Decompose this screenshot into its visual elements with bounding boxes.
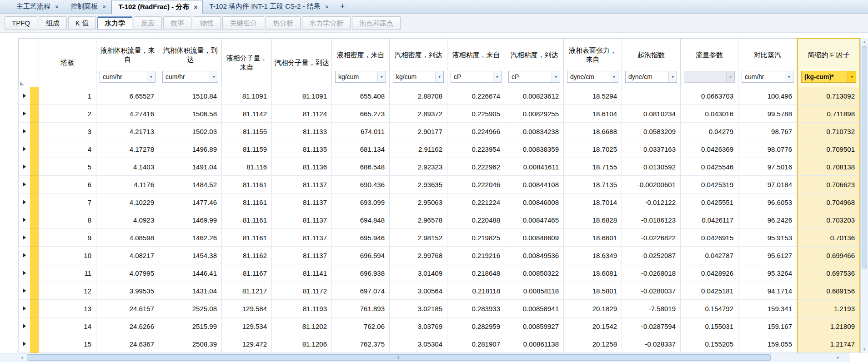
cell-liq_visc[interactable]: 0.221224 <box>447 193 505 211</box>
cell-foaming_index[interactable]: 0.0337163 <box>622 140 681 158</box>
column-header-vap_vol_flow[interactable]: 汽相体积流量，到达cum/hr▼ <box>159 38 222 87</box>
unit-combobox-reduced_f_factor[interactable]: (kg-cum)*▼ <box>801 71 856 83</box>
cell-reduced_f_factor[interactable]: 0.708138 <box>797 158 860 176</box>
cell-liq_mw[interactable]: 81.116 <box>222 158 272 176</box>
cell-flow_param[interactable]: 0.0425546 <box>681 158 738 176</box>
cell-vap_mw[interactable]: 81.1135 <box>272 140 332 158</box>
column-header-reduced_vapor[interactable]: 对比蒸汽cum/hr▼ <box>738 38 797 87</box>
form-tab-水力学[interactable]: 水力学 <box>97 16 132 30</box>
cell-flow_param[interactable]: 0.0425181 <box>681 282 738 300</box>
cell-liq_density[interactable]: 665.273 <box>332 105 390 123</box>
cell-reduced_f_factor[interactable]: 0.713092 <box>797 87 860 105</box>
cell-stage[interactable]: 3 <box>39 123 96 140</box>
cell-foaming_index[interactable]: -0.0268018 <box>622 264 681 282</box>
cell-reduced_f_factor[interactable]: 0.697536 <box>797 264 860 282</box>
close-tab-icon[interactable]: × <box>55 4 59 10</box>
cell-reduced_f_factor[interactable]: 1.2193 <box>797 300 860 317</box>
cell-flow_param[interactable]: 0.155205 <box>681 335 738 353</box>
cell-liq_visc[interactable]: 0.220488 <box>447 211 505 229</box>
cell-liq_visc[interactable]: 0.219825 <box>447 229 505 247</box>
unit-combobox-vap_density[interactable]: kg/cum▼ <box>393 71 444 83</box>
row-selector[interactable] <box>18 193 30 211</box>
row-selector[interactable] <box>18 317 30 335</box>
cell-reduced_f_factor[interactable]: 0.699466 <box>797 247 860 264</box>
cell-liq_visc[interactable]: 0.224966 <box>447 123 505 140</box>
cell-liq_density[interactable]: 762.06 <box>332 317 390 335</box>
cell-liq_visc[interactable]: 0.218648 <box>447 264 505 282</box>
cell-vap_density[interactable]: 3.02185 <box>390 300 447 317</box>
cell-vap_density[interactable]: 2.89372 <box>390 105 447 123</box>
cell-liq_mw[interactable]: 81.1161 <box>222 211 272 229</box>
document-tab-3[interactable]: T-102 (RadFrac) - 分布× <box>111 0 203 14</box>
vertical-scroll-thumb[interactable] <box>862 46 867 268</box>
cell-reduced_vapor[interactable]: 97.0184 <box>738 176 797 193</box>
cell-vap_visc[interactable]: 0.00846008 <box>505 193 564 211</box>
cell-liq_vol_flow[interactable]: 24.6367 <box>96 335 159 353</box>
column-header-vap_visc[interactable]: 汽相粘度，到达cP▼ <box>505 38 564 87</box>
cell-vap_vol_flow[interactable]: 1491.04 <box>159 158 222 176</box>
cell-liq_vol_flow[interactable]: 4.0923 <box>96 211 159 229</box>
cell-reduced_vapor[interactable]: 159.055 <box>738 335 797 353</box>
cell-liq_visc[interactable]: 0.219216 <box>447 247 505 264</box>
cell-liq_vol_flow[interactable]: 4.27416 <box>96 105 159 123</box>
cell-liq_vol_flow[interactable]: 3.99535 <box>96 282 159 300</box>
cell-surface_tension[interactable]: 18.7135 <box>564 176 622 193</box>
cell-surface_tension[interactable]: 18.6104 <box>564 105 622 123</box>
cell-flow_param[interactable]: 0.04279 <box>681 123 738 140</box>
document-tab-4[interactable]: T-102 塔内件 INT-1 工段 CS-2 - 结果× <box>203 0 334 13</box>
column-header-vap_mw[interactable]: 汽相分子量，到达 <box>272 38 332 87</box>
cell-liq_visc[interactable]: 0.282959 <box>447 317 505 335</box>
column-header-vap_density[interactable]: 汽相密度，到达kg/cum▼ <box>390 38 447 87</box>
cell-flow_param[interactable]: 0.155031 <box>681 317 738 335</box>
cell-liq_density[interactable]: 681.134 <box>332 140 390 158</box>
cell-liq_mw[interactable]: 81.1159 <box>222 140 272 158</box>
cell-foaming_index[interactable]: 0.0130592 <box>622 158 681 176</box>
unit-combobox-foaming_index[interactable]: dyne/cm▼ <box>625 71 677 83</box>
cell-vap_vol_flow[interactable]: 1462.26 <box>159 229 222 247</box>
cell-vap_mw[interactable]: 81.1141 <box>272 264 332 282</box>
unit-combobox-liq_visc[interactable]: cP▼ <box>451 71 502 83</box>
cell-reduced_vapor[interactable]: 98.767 <box>738 123 797 140</box>
cell-liq_mw[interactable]: 81.1161 <box>222 193 272 211</box>
column-header-foaming_index[interactable]: 起泡指数dyne/cm▼ <box>622 38 681 87</box>
cell-vap_visc[interactable]: 0.00834238 <box>505 123 564 140</box>
column-header-liq_density[interactable]: 液相密度，来自kg/cum▼ <box>332 38 390 87</box>
cell-flow_param[interactable]: 0.154792 <box>681 300 738 317</box>
cell-vap_mw[interactable]: 81.1193 <box>272 300 332 317</box>
cell-vap_density[interactable]: 3.01409 <box>390 264 447 282</box>
cell-liq_vol_flow[interactable]: 4.21713 <box>96 123 159 140</box>
column-header-reduced_f_factor[interactable]: 简缩的 F 因子(kg-cum)*▼ <box>797 38 860 87</box>
cell-liq_mw[interactable]: 81.1162 <box>222 247 272 264</box>
cell-surface_tension[interactable]: 18.7025 <box>564 140 622 158</box>
cell-vap_visc[interactable]: 0.00838359 <box>505 140 564 158</box>
cell-liq_density[interactable]: 674.011 <box>332 123 390 140</box>
cell-vap_density[interactable]: 3.03769 <box>390 317 447 335</box>
cell-liq_vol_flow[interactable]: 4.07995 <box>96 264 159 282</box>
cell-foaming_index[interactable]: 0.0583209 <box>622 123 681 140</box>
cell-vap_density[interactable]: 2.90177 <box>390 123 447 140</box>
unit-combobox-surface_tension[interactable]: dyne/cm▼ <box>567 71 618 83</box>
new-tab-button[interactable]: + <box>334 0 351 13</box>
cell-reduced_f_factor[interactable]: 0.689156 <box>797 282 860 300</box>
cell-stage[interactable]: 13 <box>39 300 96 317</box>
cell-stage[interactable]: 5 <box>39 158 96 176</box>
cell-liq_vol_flow[interactable]: 4.08598 <box>96 229 159 247</box>
cell-vap_density[interactable]: 2.96578 <box>390 211 447 229</box>
cell-liq_mw[interactable]: 81.1167 <box>222 264 272 282</box>
row-selector[interactable] <box>18 158 30 176</box>
cell-surface_tension[interactable]: 18.5801 <box>564 282 622 300</box>
cell-liq_visc[interactable]: 0.218118 <box>447 282 505 300</box>
cell-stage[interactable]: 14 <box>39 317 96 335</box>
cell-reduced_vapor[interactable]: 159.167 <box>738 317 797 335</box>
cell-reduced_vapor[interactable]: 159.341 <box>738 300 797 317</box>
cell-vap_density[interactable]: 2.99768 <box>390 247 447 264</box>
cell-vap_density[interactable]: 2.91162 <box>390 140 447 158</box>
cell-liq_mw[interactable]: 81.1161 <box>222 229 272 247</box>
document-tab-2[interactable]: 控制面板× <box>64 0 111 13</box>
cell-stage[interactable]: 1 <box>39 87 96 105</box>
scroll-down-button[interactable]: ▼ <box>861 346 868 353</box>
cell-liq_vol_flow[interactable]: 6.65527 <box>96 87 159 105</box>
cell-liq_vol_flow[interactable]: 4.1403 <box>96 158 159 176</box>
cell-reduced_f_factor[interactable]: 1.21809 <box>797 317 860 335</box>
row-selector[interactable] <box>18 229 30 247</box>
